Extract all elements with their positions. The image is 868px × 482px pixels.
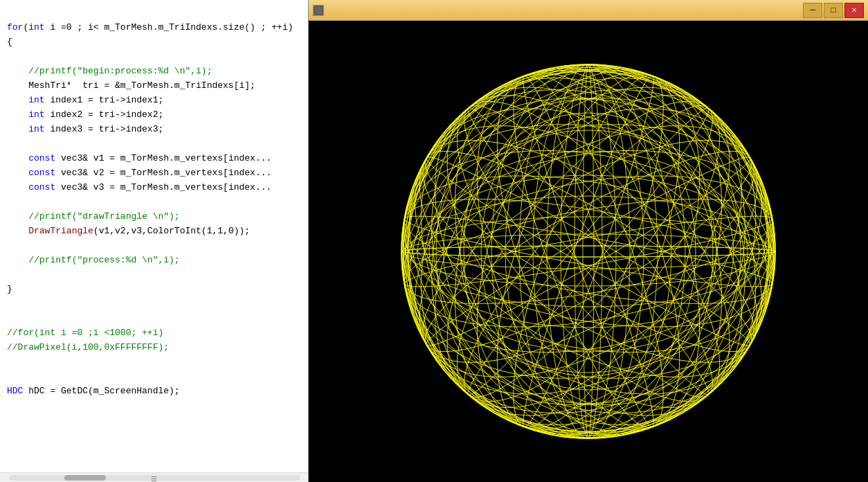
svg-rect-0 [314,6,323,15]
minimize-button[interactable]: — [803,3,822,18]
horizontal-scrollbar[interactable]: ☰ [0,472,308,482]
code-content[interactable]: for(int i =0 ; i< m_TorMesh.m_TriIndexs.… [0,0,308,472]
title-bar: — □ ✕ [309,0,868,21]
code-panel: for(int i =0 ; i< m_TorMesh.m_TriIndexs.… [0,0,308,482]
scroll-icon: ☰ [151,475,157,483]
sphere-visualization [325,30,851,473]
close-button[interactable]: ✕ [844,3,864,18]
title-bar-left [313,5,327,16]
render-canvas [309,21,868,482]
render-window: — □ ✕ [308,0,868,482]
maximize-button[interactable]: □ [824,3,843,18]
window-controls[interactable]: — □ ✕ [803,3,864,18]
window-app-icon [313,5,324,16]
scrollbar-track[interactable]: ☰ [9,475,300,481]
scrollbar-thumb[interactable] [64,475,106,481]
